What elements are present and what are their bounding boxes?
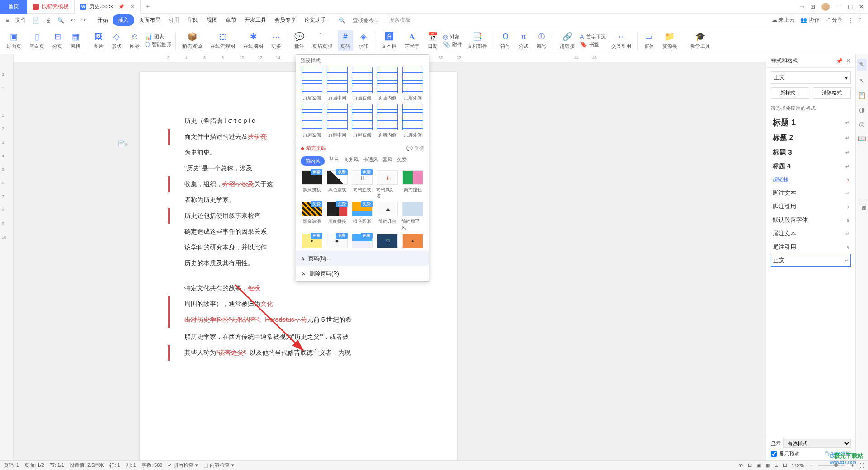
maximize-icon[interactable]: ▢ xyxy=(848,4,853,10)
extend-panel-tab[interactable]: 展开组件 xyxy=(859,199,868,205)
ts-shape-icon[interactable]: ◑ xyxy=(859,106,865,114)
tpl-5[interactable]: 简约撞色 xyxy=(401,170,424,199)
style-tab-cartoon[interactable]: 卡通风 xyxy=(363,156,378,166)
rb-resource[interactable]: 📦稻壳资源 xyxy=(179,30,205,51)
rb-cover[interactable]: ▣封面页 xyxy=(4,30,24,51)
style-body[interactable]: 正文↵ xyxy=(771,254,851,267)
layout-icon[interactable]: ▭ xyxy=(799,4,804,10)
rb-attach[interactable]: 📎附件 xyxy=(443,41,462,48)
rb-table[interactable]: ▦表格 xyxy=(68,30,83,51)
view-mode-1-icon[interactable]: 👁 xyxy=(738,463,743,468)
rb-window[interactable]: ▭窗体 xyxy=(642,30,657,51)
tpl-8[interactable]: 免费橙色圆形 xyxy=(351,202,374,231)
style-h1[interactable]: 标题 1↵ xyxy=(771,114,851,131)
rb-symbol[interactable]: Ω符号 xyxy=(498,30,513,51)
zoom-slider[interactable] xyxy=(818,465,845,466)
rb-resfolder[interactable]: 📁资源夹 xyxy=(660,30,680,51)
preset-footer-left[interactable]: 页脚左侧 xyxy=(301,104,323,138)
menu-reference[interactable]: 引用 xyxy=(165,14,183,26)
menu-review[interactable]: 审阅 xyxy=(184,14,202,26)
ts-book-icon[interactable]: 📖 xyxy=(858,135,866,143)
rb-teach[interactable]: 🎓教学工具 xyxy=(688,30,713,51)
menu-chapter[interactable]: 章节 xyxy=(222,14,240,26)
style-footnote-ref[interactable]: 脚注引用a xyxy=(771,200,851,213)
menu-pagelayout[interactable]: 页面布局 xyxy=(135,14,164,26)
collab-button[interactable]: 👥 协作 xyxy=(800,16,819,24)
view-mode-5-icon[interactable]: ⊡ xyxy=(774,462,778,468)
status-line[interactable]: 行: 1 xyxy=(109,462,120,469)
rb-image[interactable]: 🖼图片 xyxy=(91,30,106,51)
pin-icon[interactable]: 📌 xyxy=(118,4,124,9)
rb-mindmap[interactable]: ✱在线脑图 xyxy=(241,30,266,51)
tpl-15[interactable]: ▲ xyxy=(401,234,424,248)
rb-smart[interactable]: ⬡智能图形 xyxy=(145,41,172,48)
new-style-button[interactable]: 新样式... xyxy=(771,87,809,99)
tpl-3[interactable]: 免费|·|简约竖线 xyxy=(351,170,374,199)
view-mode-2-icon[interactable]: ⊞ xyxy=(748,462,752,468)
clear-format-button[interactable]: 清除格式 xyxy=(813,87,851,99)
rb-docpart[interactable]: 📑文档部件 xyxy=(465,30,490,51)
tpl-14[interactable]: 🌃 xyxy=(376,234,399,248)
tpl-12[interactable]: 免费◆ xyxy=(326,234,349,248)
hamburger-icon[interactable]: ≡ xyxy=(4,16,11,25)
ts-select-icon[interactable]: ↖ xyxy=(859,77,865,85)
tab-close-icon[interactable]: ✕ xyxy=(130,4,135,10)
style-hyperlink[interactable]: 超链接a xyxy=(771,173,851,186)
rb-numbering[interactable]: ①编号 xyxy=(534,30,549,51)
tab-template-store[interactable]: 找稻壳模板 xyxy=(27,0,75,14)
close-window-icon[interactable]: ✕ xyxy=(859,4,863,10)
rb-header-footer[interactable]: ⎴页眉页脚 xyxy=(310,30,335,51)
tpl-13[interactable]: 免费 xyxy=(351,234,374,248)
expand-icon[interactable]: ˆ xyxy=(859,17,861,24)
share-button[interactable]: ↗ 分享 xyxy=(825,16,843,24)
preset-footer-right[interactable]: 页脚右侧 xyxy=(351,104,374,138)
zoom-out-icon[interactable]: － xyxy=(809,462,814,469)
status-pages[interactable]: 页面: 1/2 xyxy=(24,462,44,469)
command-search-input[interactable] xyxy=(349,16,385,25)
rb-object[interactable]: ◎对象 xyxy=(443,33,462,40)
menu-delete-pagenum[interactable]: ✕删除页码(R) xyxy=(296,266,429,281)
style-tab-holiday[interactable]: 节日 xyxy=(329,156,339,166)
template-search[interactable]: 搜索模板 xyxy=(389,16,410,24)
redo-icon[interactable]: ↷ xyxy=(79,16,88,25)
preset-header-left[interactable]: 页眉左侧 xyxy=(301,67,323,101)
rb-hyperlink[interactable]: 🔗超链接 xyxy=(557,30,577,51)
rb-watermark[interactable]: ◈水印 xyxy=(356,30,371,51)
preset-header-inside[interactable]: 页眉内侧 xyxy=(376,67,399,101)
status-contentcheck[interactable]: ▢ 内容检查 ▾ xyxy=(203,462,234,469)
rb-more[interactable]: ⋯更多 xyxy=(269,30,284,51)
preset-header-center[interactable]: 页眉中间 xyxy=(326,67,349,101)
rb-artword[interactable]: 𝐀艺术字 xyxy=(402,30,422,51)
style-tab-business[interactable]: 商务风 xyxy=(344,156,359,166)
tpl-6[interactable]: 免费黑金波浪 xyxy=(301,202,323,231)
preset-header-outside[interactable]: 页眉外侧 xyxy=(401,67,424,101)
status-page[interactable]: 页码: 1 xyxy=(4,462,19,469)
preset-footer-outside[interactable]: 页脚外侧 xyxy=(401,104,424,138)
tpl-7[interactable]: 免费黑红拼接 xyxy=(326,202,349,231)
rb-pagenum[interactable]: #页码 xyxy=(338,30,353,51)
rb-flowchart[interactable]: ⿻在线流程图 xyxy=(208,30,238,51)
menu-start[interactable]: 开始 xyxy=(94,14,112,26)
preset-footer-inside[interactable]: 页脚内侧 xyxy=(376,104,399,138)
rb-shape[interactable]: ◇形状 xyxy=(109,30,124,51)
zoom-value[interactable]: 112% xyxy=(792,463,804,468)
view-mode-3-icon[interactable]: ▣ xyxy=(756,462,761,468)
tpl-9[interactable]: ⛰简约几何 xyxy=(376,202,399,231)
print-icon[interactable]: 🖨 xyxy=(43,16,53,25)
dropdown-icon[interactable]: ⋮ xyxy=(848,17,854,24)
tpl-11[interactable]: 免费● xyxy=(301,234,323,248)
file-menu[interactable]: 文件 xyxy=(13,15,28,25)
panel-close-icon[interactable]: ✕ xyxy=(846,58,851,64)
status-setting[interactable]: 设置值: 2.5厘米 xyxy=(70,462,104,469)
menu-member[interactable]: 会员专享 xyxy=(271,14,300,26)
rb-date[interactable]: 📅日期 xyxy=(425,30,440,51)
current-style-select[interactable]: 正文▾ xyxy=(771,71,851,84)
status-words[interactable]: 字数: 588 xyxy=(142,462,162,469)
undo-icon[interactable]: ↶ xyxy=(68,16,77,25)
save-icon[interactable]: 📄 xyxy=(30,16,42,25)
style-endnote-text[interactable]: 尾注文本↵ xyxy=(771,227,851,240)
preview-checkbox[interactable] xyxy=(771,451,777,457)
menu-paper[interactable]: 论文助手 xyxy=(301,14,330,26)
tab-document[interactable]: W 历史.docx 📌 ✕ xyxy=(75,0,141,14)
style-h2[interactable]: 标题 2↵ xyxy=(771,131,851,146)
